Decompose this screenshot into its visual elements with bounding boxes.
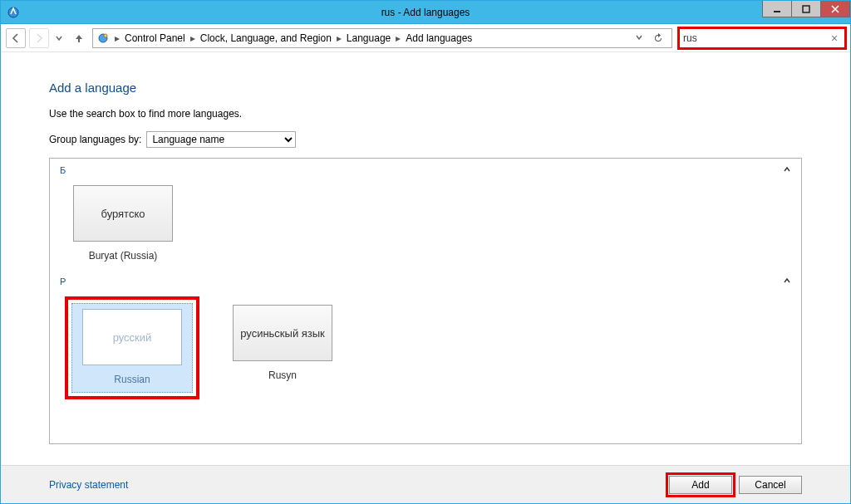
language-item-rusyn[interactable]: русиньскый язык Rusyn [224,305,341,381]
language-label: Russian [114,374,150,385]
breadcrumb: ▸ Control Panel ▸ Clock, Language, and R… [113,32,630,44]
breadcrumb-item[interactable]: Clock, Language, and Region [197,32,335,44]
window-buttons [763,1,850,17]
chevron-right-icon: ▸ [113,32,121,44]
page-title: Add a language [49,81,802,95]
group-items: русский Russian русиньскый язык Rusyn [58,290,793,414]
collapse-group-icon[interactable] [783,276,791,286]
control-panel-icon [4,3,22,22]
group-row: Group languages by: Language name [49,131,802,148]
recent-locations-dropdown[interactable] [52,28,66,48]
language-tile: русский [82,309,182,365]
svg-point-4 [104,34,107,37]
navigation-bar: ▸ Control Panel ▸ Clock, Language, and R… [1,24,850,52]
privacy-link[interactable]: Privacy statement [49,479,128,491]
breadcrumb-item[interactable]: Add languages [402,32,475,44]
language-label: Buryat (Russia) [89,250,158,262]
window-title: rus - Add languages [1,7,850,18]
group-header: Р [58,276,793,290]
chevron-right-icon: ▸ [189,32,197,44]
clear-search-icon[interactable]: × [828,32,841,45]
refresh-button[interactable] [650,30,667,46]
search-input[interactable] [683,32,828,44]
up-button[interactable] [69,28,89,48]
chevron-right-icon: ▸ [394,32,402,44]
language-tile: русиньскый язык [233,305,332,361]
cancel-button[interactable]: Cancel [739,476,802,494]
group-letter: Р [60,276,66,286]
minimize-button[interactable] [762,1,792,17]
search-box[interactable]: × [679,28,845,48]
language-list[interactable]: Б бурятско Buryat (Russia) Р [49,158,802,444]
address-history-dropdown[interactable] [632,32,647,44]
language-label: Rusyn [268,369,297,381]
footer-buttons: Add Cancel [669,476,802,494]
add-button[interactable]: Add [669,476,732,494]
language-tile: бурятско [73,185,173,242]
chevron-right-icon: ▸ [335,32,343,44]
titlebar: rus - Add languages [1,1,850,24]
group-by-select[interactable]: Language name [146,131,296,148]
group-header: Б [58,165,793,179]
maximize-button[interactable] [791,1,821,17]
collapse-group-icon[interactable] [783,165,791,175]
footer: Privacy statement Add Cancel [1,465,850,503]
page-hint: Use the search box to find more language… [49,108,802,120]
close-button[interactable] [820,1,850,17]
address-bar[interactable]: ▸ Control Panel ▸ Clock, Language, and R… [92,28,672,48]
svg-rect-2 [803,6,809,12]
svg-rect-1 [774,11,780,12]
window: rus - Add languages [0,0,851,504]
group-label: Group languages by: [49,134,141,145]
group-letter: Б [60,165,66,175]
selected-highlight: русский Russian [65,296,199,399]
back-button[interactable] [6,28,26,48]
content-area: Add a language Use the search box to fin… [1,52,850,465]
group-items: бурятско Buryat (Russia) [58,179,793,276]
language-item-buryat[interactable]: бурятско Buryat (Russia) [65,185,181,262]
breadcrumb-item[interactable]: Language [343,32,394,44]
address-icon [95,30,111,46]
forward-button[interactable] [29,28,49,48]
breadcrumb-item[interactable]: Control Panel [121,32,189,44]
language-item-russian[interactable]: русский Russian [71,303,193,393]
